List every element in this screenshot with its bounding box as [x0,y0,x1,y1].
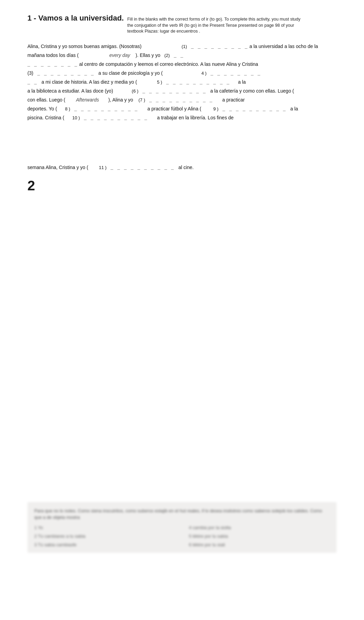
blank11: _ _ _ _ _ _ _ _ _ _ [222,107,286,112]
sentence3-mid: a su clase de psicología y yo ( [98,70,163,76]
hint2: Afterwards [76,97,99,103]
sentence1-end2: ). Ellas y yo [135,52,160,58]
sentence4-start: a la [238,79,246,85]
sentence4-mid: a la biblioteca a estudiar. A las doce (… [27,88,113,94]
sentence1-start: Alina, Cristina y yo somos buenas amigas… [27,44,142,49]
blank2-num: (2) [164,53,170,58]
blurred-item-2-left: 2 Tú cambiares a tu sabia [34,534,175,539]
blank4-num: (3) [27,70,33,76]
blurred-title: Para que no lo notes. Como siena inscutr… [34,508,330,521]
blank12: _ _ _ _ _ _ _ _ _ _ [84,116,148,121]
blurred-item-2-right: 5 léktre por tu sabia [189,534,330,539]
activity1-instructions: Fill in the blanks with the correct form… [127,16,305,35]
sentence7-start: piscina. Cristina ( [27,115,64,120]
sentence6-end-label: a la [290,106,298,111]
blank9: _ _ _ _ _ _ _ _ _ _ [149,98,213,103]
blank1: _ _ _ _ _ _ _ _ _ [191,44,248,49]
blurred-item-3-left: 3 Tú sabia cambiasfe [34,542,175,547]
activity1-title-block: 1 - Vamos a la universidad. Fill in the … [27,14,337,35]
continuation-text: semana Alina, Cristina y yo ( [27,165,88,170]
blank5-num: 4 ) [201,71,206,76]
blurred-item-1-right: 4 cambia por la siolta [189,525,330,530]
activity1-continuation: semana Alina, Cristina y yo ( 11 ) _ _ _… [27,128,337,172]
blank13-num: 11 ) [99,165,107,170]
blank13: _ _ _ _ _ _ _ _ _ _ [111,165,174,170]
page-container: 1 - Vamos a la universidad. Fill in the … [0,0,364,567]
blank1-num: (1) [182,44,187,49]
sentence6-mid: a practicar fútbol y Alina ( [147,106,201,111]
sentence5-end-label: a practicar [222,97,245,103]
blurred-item-3-right: 6 léktre por tu siali [189,542,330,547]
blank5: _ _ _ _ _ _ _ _ [210,71,261,76]
blank7: _ _ _ _ _ _ _ _ _ _ [166,80,230,85]
hint1: every day [109,52,130,58]
blurred-items: 1 Yo 4 cambia por la siolta 2 Tú cambiar… [34,525,330,547]
blank12-num: 10 ) [72,115,80,120]
blank9-num: (7 ) [138,97,145,103]
blank3: _ _ _ _ _ _ _ _ [27,62,78,67]
sentence5-hint: con ellas. Luego ( [27,97,65,103]
sentence3-end: a mi clase de historia. A las diez y med… [41,79,137,85]
blank8: _ _ _ _ _ _ _ _ _ _ [142,89,206,94]
blank8-num: (6 ) [132,88,138,94]
sentence5-mid: ), Alina y yo [108,97,137,103]
blank4: _ _ _ _ _ _ _ _ _ [37,71,95,76]
sentence4-end: a la cafetería y como con ellas. Luego ( [210,88,294,94]
activity1-title: 1 - Vamos a la universidad. [27,14,124,23]
blurred-section: Para que no lo notes. Como siena inscutr… [27,502,337,553]
activity2-title: 2 [27,178,337,193]
sentence6-start: deportes. Yo ( [27,106,57,111]
blank2: _ _ [174,53,184,58]
sentence8-end: al cine. [179,165,194,170]
blank10: _ _ _ _ _ _ _ _ _ _ [74,107,138,112]
blank10-num: 8 ) [65,106,70,111]
blurred-item-1-left: 1 Yo [34,525,175,530]
blank6: _ _ [27,80,37,85]
sentence2-end: al centro de computación y leemos el cor… [79,61,258,67]
sentence7-end: a trabajar en la librería. Los fines de [157,115,233,120]
activity1-paragraph: Alina, Cristina y yo somos buenas amigas… [27,42,337,122]
blank7-num: 5 ) [157,80,162,85]
blank11-num: 9 ) [213,106,218,111]
